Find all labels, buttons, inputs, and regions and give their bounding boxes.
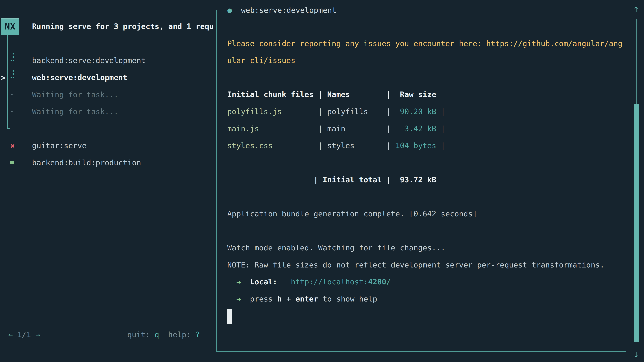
sidebar-task-backend-serve[interactable]: backend:serve:development — [32, 52, 146, 69]
terminal-line: Application bundle generation complete. … — [227, 205, 477, 222]
success-square-icon — [10, 161, 14, 164]
terminal-line: NOTE: Raw file sizes do not reflect deve… — [227, 256, 604, 274]
quit-label: quit: — [127, 330, 150, 339]
terminal-line: → press h + enter to show help — [227, 291, 377, 308]
spinner-dot — [13, 77, 14, 78]
panel-border-left — [216, 10, 217, 352]
text-segment: Initial chunk files | Names | Raw size — [227, 90, 436, 99]
scroll-down-arrow-icon[interactable]: ↓ — [632, 346, 641, 361]
spacer — [191, 330, 196, 339]
text-segment: ular-cli/issues — [227, 56, 295, 65]
spinner-dot — [12, 53, 14, 54]
pagination: ← 1/1 → — [8, 326, 40, 343]
spacer — [150, 330, 154, 339]
waiting-dot-icon — [11, 111, 12, 112]
nx-logo: NX — [1, 17, 19, 35]
spinner-dot — [12, 70, 14, 71]
failed-cross-icon — [10, 143, 15, 148]
text-segment: styles.css — [227, 141, 273, 150]
text-segment: Local: — [250, 277, 277, 286]
selected-task-arrow: > — [1, 69, 9, 86]
text-segment — [227, 295, 236, 303]
text-segment: + — [282, 295, 295, 303]
spinner-dot — [12, 73, 14, 75]
text-segment: Application bundle generation complete. … — [227, 209, 477, 218]
text-segment: 3.42 kB — [395, 124, 436, 133]
text-segment: | polyfills | — [282, 107, 395, 116]
terminal-line: | Initial total | 93.72 kB — [227, 171, 436, 188]
scrollbar-thumb[interactable] — [634, 104, 639, 343]
sidebar-task-web-serve-selected[interactable]: web:serve:development — [32, 69, 128, 86]
terminal-line: styles.css | styles | 104 bytes | — [227, 137, 445, 154]
text-segment: | main | — [259, 124, 396, 133]
page-prev-arrow[interactable]: ← — [8, 330, 13, 339]
quit-key: q — [155, 330, 159, 339]
page-next-arrow[interactable]: → — [36, 330, 40, 339]
spinner-dot — [13, 60, 14, 61]
text-segment: | — [436, 124, 445, 133]
spinner-dot — [10, 60, 12, 61]
sidebar-task-waiting-2[interactable]: Waiting for task... — [32, 103, 118, 120]
text-segment: 90.20 kB — [395, 107, 436, 116]
text-segment: main.js — [227, 124, 259, 133]
text-segment: polyfills.js — [227, 107, 282, 116]
panel-border-top-corner — [216, 10, 224, 10]
text-segment — [227, 277, 236, 286]
text-segment: enter — [295, 295, 318, 303]
text-segment — [241, 277, 250, 286]
terminal-line: polyfills.js | polyfills | 90.20 kB | — [227, 103, 445, 120]
terminal-line: Initial chunk files | Names | Raw size — [227, 86, 436, 103]
text-segment: | — [436, 107, 445, 116]
terminal-line: → Local: http://localhost:4200/ — [227, 273, 391, 291]
nx-tui-screen: { "app": { "badge": "NX", "title": "Runn… — [0, 0, 644, 362]
text-segment: 104 bytes — [395, 141, 436, 150]
text-segment: Watch mode enabled. Watching for file ch… — [227, 243, 445, 252]
spinner-dot — [12, 56, 14, 58]
sidebar-task-waiting-1[interactable]: Waiting for task... — [32, 86, 118, 103]
sidebar-task-guitar-serve[interactable]: guitar:serve — [32, 137, 86, 154]
text-segment — [277, 277, 291, 286]
text-segment: press — [241, 295, 277, 303]
spinner-icon — [10, 69, 14, 78]
terminal-cursor — [227, 309, 232, 324]
help-key: ? — [196, 330, 200, 339]
page-count: 1/1 — [17, 330, 31, 339]
waiting-dot-icon — [11, 94, 12, 95]
text-segment: → — [236, 277, 241, 286]
text-segment: 4200 — [368, 277, 386, 286]
text-segment: | — [436, 141, 445, 150]
text-segment: Please consider reporting any issues you… — [227, 39, 622, 48]
text-segment: / — [386, 277, 391, 286]
spinner-icon — [10, 52, 14, 61]
panel-border-bottom — [216, 351, 626, 352]
panel-title-text: web:serve:development — [241, 6, 336, 14]
help-label: help: — [168, 330, 191, 339]
panel-title: ● web:serve:development — [228, 2, 336, 19]
task-group-connector-corner — [7, 128, 10, 129]
spacer — [159, 330, 168, 339]
terminal-line: Watch mode enabled. Watching for file ch… — [227, 239, 445, 256]
text-segment: to show help — [318, 295, 377, 303]
text-segment: h — [277, 295, 282, 303]
terminal-line: main.js | main | 3.42 kB | — [227, 120, 445, 137]
text-segment: | Initial total | 93.72 kB — [227, 175, 436, 184]
page-indicator — [13, 330, 17, 339]
keyboard-hints: quit: q help: ? — [127, 326, 200, 343]
scroll-up-arrow-icon[interactable]: ↑ — [632, 1, 641, 16]
spinner-dot — [10, 77, 12, 78]
terminal-line: ular-cli/issues — [227, 52, 295, 69]
running-status-dot-icon: ● — [228, 6, 232, 14]
text-segment: → — [236, 295, 241, 303]
app-title: Running serve for 3 projects, and 1 requ — [32, 18, 216, 35]
terminal-line: Please consider reporting any issues you… — [227, 35, 622, 52]
scrollbar-track[interactable] — [635, 19, 637, 104]
panel-border-top — [343, 10, 626, 10]
sidebar-task-backend-build[interactable]: backend:build:production — [32, 154, 141, 171]
spacer — [31, 330, 36, 339]
spacer — [232, 6, 241, 14]
text-segment: http://localhost: — [291, 277, 368, 286]
text-segment: NOTE: Raw file sizes do not reflect deve… — [227, 260, 604, 269]
text-segment: | styles | — [273, 141, 396, 150]
